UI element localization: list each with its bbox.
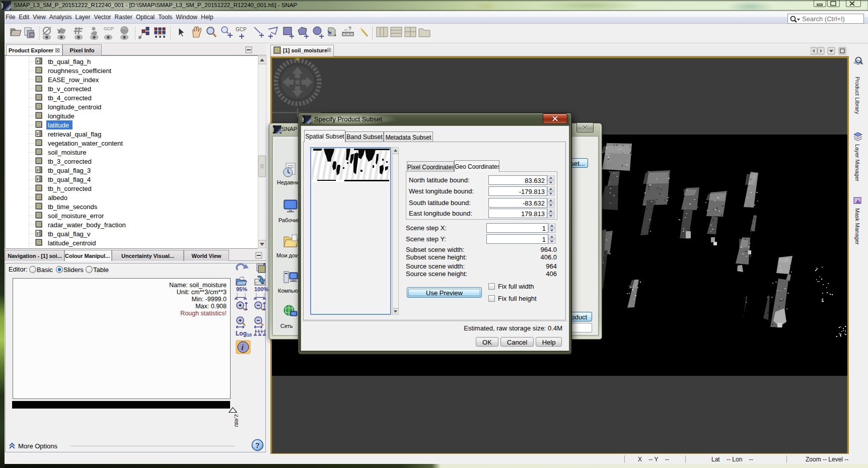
svg-text:tb_qual_flag_4: tb_qual_flag_4 — [48, 176, 91, 183]
svg-text:tb_4_corrected: tb_4_corrected — [48, 94, 92, 102]
svg-text:SNAP: SNAP — [2, 3, 4, 9]
svg-text:vegetation_water_content: vegetation_water_content — [48, 140, 123, 147]
svg-text:retrieval_qual_flag: retrieval_qual_flag — [48, 130, 101, 138]
svg-text:radar_water_body_fraction: radar_water_body_fraction — [48, 221, 126, 229]
svg-text:soil_moisture: soil_moisture — [48, 149, 87, 156]
svg-text:soil_moisture_error: soil_moisture_error — [48, 212, 104, 220]
svg-text:longitude: longitude — [48, 112, 75, 120]
svg-text:longitude_centroid: longitude_centroid — [48, 103, 101, 111]
svg-text:GCP: GCP — [236, 27, 247, 32]
svg-text:roughness_coefficient: roughness_coefficient — [48, 67, 112, 75]
svg-text:SNAP: SNAP — [303, 116, 304, 122]
svg-text:tb_qual_flag_h: tb_qual_flag_h — [48, 58, 91, 65]
svg-text:↔?: ↔? — [343, 26, 351, 32]
svg-text:tb_time_seconds: tb_time_seconds — [48, 203, 98, 211]
svg-text:tb_qual_flag_v: tb_qual_flag_v — [48, 230, 91, 238]
svg-text:SNAP: SNAP — [273, 126, 274, 132]
svg-text:EASE_row_index: EASE_row_index — [48, 76, 99, 84]
svg-text:Log10: Log10 — [236, 330, 252, 338]
svg-text:albedo: albedo — [48, 194, 67, 202]
svg-text:Сеть: Сеть — [280, 323, 293, 329]
svg-text:tb_qual_flag_3: tb_qual_flag_3 — [48, 167, 91, 174]
svg-text:100%: 100% — [254, 286, 268, 292]
svg-text:2,480: 2,480 — [234, 414, 238, 427]
svg-text:GCP: GCP — [104, 26, 114, 31]
svg-text:95%: 95% — [236, 286, 247, 292]
svg-text:*: * — [334, 34, 336, 39]
svg-text:latitude_centroid: latitude_centroid — [48, 239, 96, 247]
svg-text:tb_h_corrected: tb_h_corrected — [48, 185, 92, 192]
svg-text:*: * — [138, 37, 140, 41]
svg-text:tb_v_corrected: tb_v_corrected — [48, 85, 91, 93]
svg-text:tb_3_corrected: tb_3_corrected — [48, 158, 92, 165]
svg-text:?: ? — [255, 441, 260, 449]
svg-text:latitude: latitude — [48, 121, 69, 129]
